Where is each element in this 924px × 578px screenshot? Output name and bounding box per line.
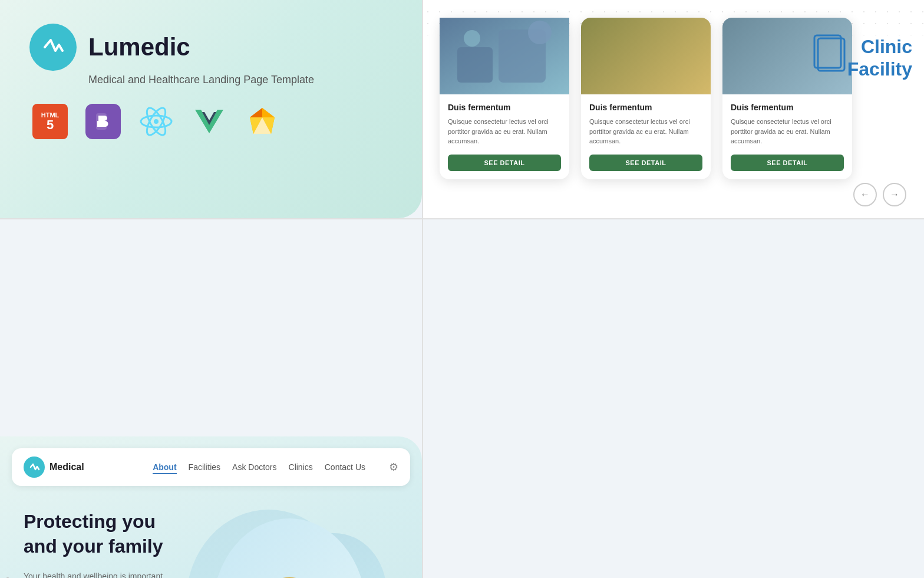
logo-circle	[29, 24, 77, 71]
card-title-2: Duis fermentum	[589, 103, 702, 112]
nav-link-contact[interactable]: Contact Us	[325, 462, 365, 472]
nav-logo: Medical	[24, 457, 84, 478]
sketch-icon	[245, 104, 280, 139]
vue-icon	[192, 104, 227, 139]
horizontal-divider	[0, 218, 924, 219]
card-body-1: Duis fermentum Quisque consectetur lectu…	[440, 94, 569, 179]
nav-links-list: About Facilities Ask Doctors Clinics Con…	[153, 462, 365, 472]
nav-link-ask-doctors[interactable]: Ask Doctors	[232, 462, 276, 472]
see-detail-btn-3[interactable]: SEE DETAIL	[731, 155, 844, 171]
clinic-facility-title: Clinic Facility	[847, 35, 912, 81]
nav-brand-label: Medical	[50, 462, 84, 472]
see-detail-btn-1[interactable]: SEE DETAIL	[448, 155, 561, 171]
nav-logo-circle	[24, 457, 45, 478]
nav-item-about[interactable]: About	[153, 462, 176, 472]
bootstrap-icon	[85, 104, 121, 139]
tech-icons-row: HTML 5	[32, 104, 392, 139]
settings-icon[interactable]: ⚙	[389, 461, 398, 474]
hospital-image	[581, 18, 711, 94]
clinic-facility-badge: Clinic Facility	[847, 35, 912, 81]
card-body-3: Duis fermentum Quisque consectetur lectu…	[722, 94, 852, 179]
medical-navbar: Medical About Facilities Ask Doctors Cli…	[12, 448, 410, 486]
brand-header: Lumedic	[29, 24, 392, 71]
nav-link-facilities[interactable]: Facilities	[189, 462, 220, 472]
nav-item-contact[interactable]: Contact Us	[325, 462, 365, 472]
pages-icon	[806, 29, 853, 77]
hero-subtitle: Your health and wellbeing is important f…	[24, 570, 171, 578]
top-right-quadrant: Clinic Facility	[422, 0, 924, 218]
nav-link-about[interactable]: About	[153, 462, 176, 474]
hero-title: Protecting you and your family	[24, 510, 189, 559]
top-left-quadrant: Lumedic Medical and Healthcare Landing P…	[0, 0, 422, 218]
svg-marker-8	[250, 108, 262, 117]
vertical-divider	[422, 0, 423, 578]
react-icon	[138, 104, 174, 139]
html5-icon: HTML 5	[32, 104, 68, 139]
card-text-3: Quisque consectetur lectus vel orci port…	[731, 117, 844, 146]
card-text-2: Quisque consectetur lectus vel orci port…	[589, 117, 702, 146]
nav-link-clinics[interactable]: Clinics	[289, 462, 313, 472]
carousel-navigation: ← →	[853, 183, 906, 206]
hero-text: Protecting you and your family Your heal…	[24, 510, 216, 578]
svg-point-4	[154, 119, 159, 124]
bottom-left-quadrant: Medical About Facilities Ask Doctors Cli…	[0, 436, 422, 578]
hero-section: Protecting you and your family Your heal…	[0, 498, 422, 578]
see-detail-btn-2[interactable]: SEE DETAIL	[589, 155, 702, 171]
hero-image-area	[216, 510, 398, 578]
card-body-2: Duis fermentum Quisque consectetur lectu…	[581, 94, 711, 179]
nav-item-facilities[interactable]: Facilities	[189, 462, 220, 472]
card-title-1: Duis fermentum	[448, 103, 561, 112]
facility-card-2: Duis fermentum Quisque consectetur lectu…	[581, 18, 711, 179]
prev-btn[interactable]: ←	[853, 183, 877, 206]
card-title-3: Duis fermentum	[731, 103, 844, 112]
nav-item-ask-doctors[interactable]: Ask Doctors	[232, 462, 276, 472]
brand-subtitle: Medical and Healthcare Landing Page Temp…	[88, 74, 392, 86]
svg-marker-9	[262, 108, 275, 117]
brand-name: Lumedic	[88, 33, 190, 61]
next-btn[interactable]: →	[883, 183, 906, 206]
card-text-1: Quisque consectetur lectus vel orci port…	[448, 117, 561, 146]
nav-item-clinics[interactable]: Clinics	[289, 462, 313, 472]
